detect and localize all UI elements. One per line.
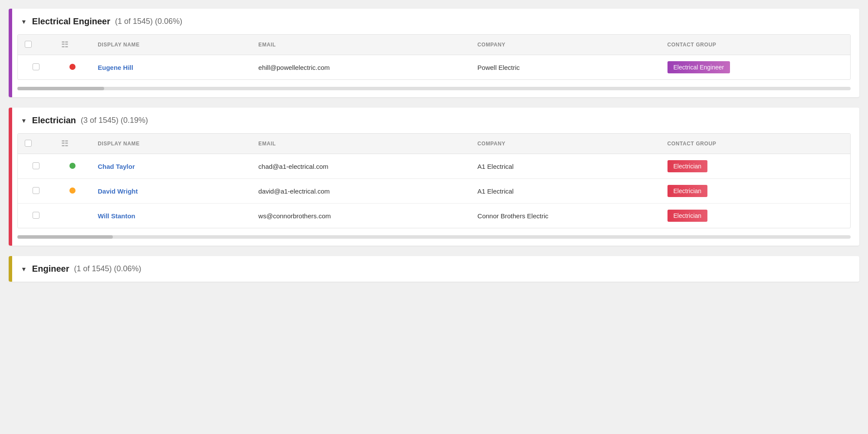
status-dot [69,64,76,70]
contact-name[interactable]: Chad Taylor [98,163,135,170]
scrollbar-thumb[interactable] [17,87,104,90]
row-checkbox[interactable] [33,212,39,219]
contact-company-cell: A1 Electrical [470,154,660,179]
row-checkbox[interactable] [33,162,39,169]
contact-group-badge: Electrician [667,210,708,222]
col-header-status: ☷ [54,35,91,55]
status-dot [69,163,76,169]
group-name: Electrical Engineer [32,16,110,26]
contact-company-cell: A1 Electrical [470,179,660,204]
group-left-bar-electrical-engineer [9,9,12,97]
col-header-email[interactable]: EMAIL [251,35,470,55]
group-left-bar-engineer [9,256,12,282]
select-all-checkbox[interactable] [25,140,32,147]
contact-name-cell[interactable]: David Wright [91,179,251,204]
chevron-down-icon: ▼ [21,266,27,273]
group-header-electrician[interactable]: ▼ Electrician (3 of 1545) (0.19%) [9,108,859,133]
contact-name-cell[interactable]: Chad Taylor [91,154,251,179]
contact-group-badge: Electrician [667,185,708,197]
row-status-cell [54,179,91,204]
row-status-cell [54,55,91,80]
contact-email-cell: ehill@powellelectric.com [251,55,470,80]
filter-icon[interactable]: ☷ [61,139,69,148]
group-left-bar-electrician [9,108,12,246]
group-name: Engineer [32,264,69,274]
row-checkbox[interactable] [33,187,39,194]
col-header-contact-group[interactable]: CONTACT GROUP [661,35,850,55]
row-status-cell [54,154,91,179]
col-header-display-name[interactable]: DISPLAY NAME [91,35,251,55]
group-name: Electrician [32,115,76,125]
row-checkbox-cell[interactable] [18,179,54,204]
row-checkbox-cell[interactable] [18,154,54,179]
contact-email-cell: chad@a1-electrical.com [251,154,470,179]
table-electrician: ☷ DISPLAY NAME EMAIL COMPANY CONTACT GRO… [17,133,851,228]
contact-group-cell: Electrician [661,204,850,228]
chevron-down-icon: ▼ [21,18,27,25]
row-status-cell [54,204,91,228]
contact-company-cell: Powell Electric [470,55,660,80]
col-header-contact-group[interactable]: CONTACT GROUP [661,134,850,154]
horizontal-scrollbar[interactable] [17,87,851,90]
group-electrician: ▼ Electrician (3 of 1545) (0.19%) ☷ DISP… [9,108,859,246]
group-meta: (3 of 1545) (0.19%) [79,116,148,125]
table-row: Chad Taylor chad@a1-electrical.com A1 El… [18,154,850,179]
contact-name[interactable]: David Wright [98,187,138,195]
contact-group-badge: Electrical Engineer [667,61,730,73]
select-all-checkbox[interactable] [25,41,32,48]
status-dot [69,187,76,194]
group-header-electrical-engineer[interactable]: ▼ Electrical Engineer (1 of 1545) (0.06%… [9,9,859,34]
contact-company-cell: Connor Brothers Electric [470,204,660,228]
col-header-check[interactable] [18,134,54,154]
table-electrical-engineer: ☷ DISPLAY NAME EMAIL COMPANY CONTACT GRO… [17,34,851,80]
row-checkbox[interactable] [33,63,39,70]
contact-name-cell[interactable]: Will Stanton [91,204,251,228]
contact-name-cell[interactable]: Eugene Hill [91,55,251,80]
contact-group-cell: Electrician [661,154,850,179]
chevron-down-icon: ▼ [21,117,27,124]
group-electrical-engineer: ▼ Electrical Engineer (1 of 1545) (0.06%… [9,9,859,97]
contact-group-cell: Electrician [661,179,850,204]
col-header-check[interactable] [18,35,54,55]
col-header-company[interactable]: COMPANY [470,35,660,55]
row-checkbox-cell[interactable] [18,204,54,228]
filter-icon[interactable]: ☷ [61,40,69,49]
col-header-status: ☷ [54,134,91,154]
scrollbar-thumb[interactable] [17,235,113,239]
group-meta: (1 of 1545) (0.06%) [113,17,182,26]
row-checkbox-cell[interactable] [18,55,54,80]
table-row: Eugene Hill ehill@powellelectric.com Pow… [18,55,850,80]
contact-email-cell: ws@connorbrothers.com [251,204,470,228]
table-row: David Wright david@a1-electrical.com A1 … [18,179,850,204]
horizontal-scrollbar[interactable] [17,235,851,239]
group-engineer: ▼ Engineer (1 of 1545) (0.06%) [9,256,859,282]
contact-name[interactable]: Eugene Hill [98,64,133,71]
contact-name[interactable]: Will Stanton [98,212,135,220]
col-header-company[interactable]: COMPANY [470,134,660,154]
col-header-display-name[interactable]: DISPLAY NAME [91,134,251,154]
contact-group-badge: Electrician [667,160,708,172]
contact-group-cell: Electrical Engineer [661,55,850,80]
col-header-email[interactable]: EMAIL [251,134,470,154]
group-header-engineer[interactable]: ▼ Engineer (1 of 1545) (0.06%) [9,256,859,282]
group-meta: (1 of 1545) (0.06%) [72,264,141,273]
table-row: Will Stanton ws@connorbrothers.com Conno… [18,204,850,228]
contact-email-cell: david@a1-electrical.com [251,179,470,204]
